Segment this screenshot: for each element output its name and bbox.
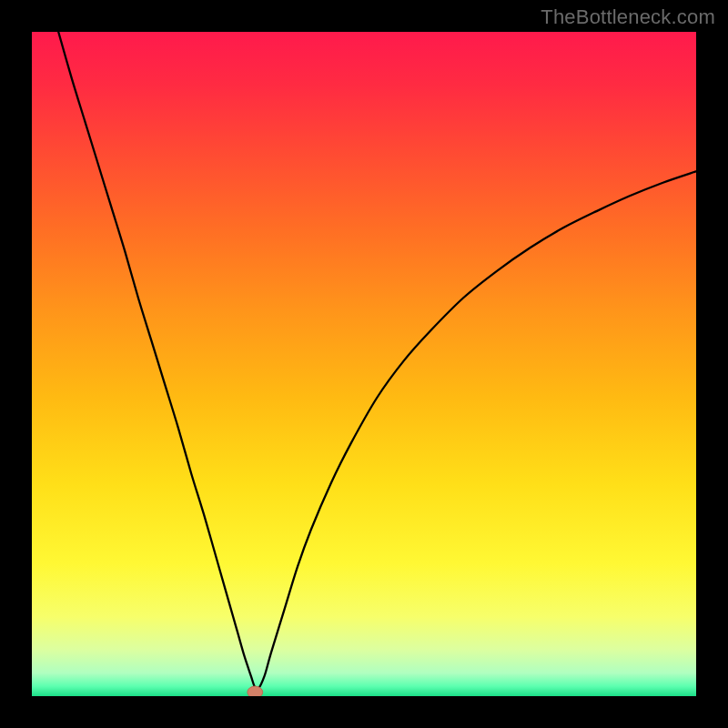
chart-svg [32, 32, 696, 696]
chart-background-gradient [32, 32, 696, 696]
watermark-text: TheBottleneck.com [541, 5, 715, 29]
chart-minimum-marker [248, 686, 263, 696]
chart-plot-area [32, 32, 696, 696]
